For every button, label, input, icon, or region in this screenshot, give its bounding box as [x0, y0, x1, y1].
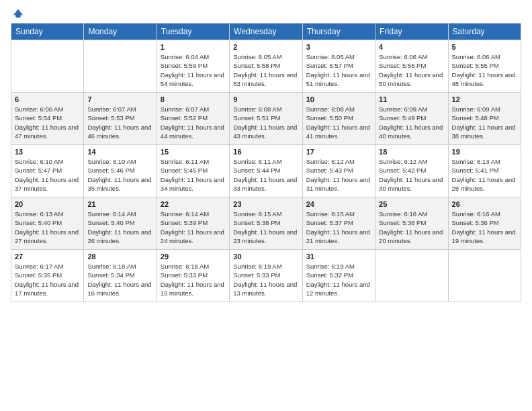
svg-marker-0 [13, 9, 23, 18]
page-container: SundayMondayTuesdayWednesdayThursdayFrid… [0, 0, 532, 309]
day-number: 4 [379, 43, 444, 51]
day-info: Sunrise: 6:09 AMSunset: 5:48 PMDaylight:… [452, 105, 517, 140]
calendar-day-cell: 21Sunrise: 6:14 AMSunset: 5:40 PMDayligh… [84, 197, 157, 250]
logo [11, 7, 24, 19]
day-number: 16 [233, 148, 298, 156]
calendar-day-cell: 22Sunrise: 6:14 AMSunset: 5:39 PMDayligh… [157, 197, 229, 250]
calendar-header-cell: Tuesday [157, 24, 229, 40]
day-info: Sunrise: 6:09 AMSunset: 5:49 PMDaylight:… [379, 105, 444, 140]
calendar-day-cell: 5Sunrise: 6:06 AMSunset: 5:55 PMDaylight… [448, 40, 521, 93]
calendar-day-cell: 23Sunrise: 6:15 AMSunset: 5:38 PMDayligh… [230, 197, 302, 250]
day-info: Sunrise: 6:14 AMSunset: 5:40 PMDaylight:… [87, 210, 152, 245]
day-number: 18 [379, 148, 444, 156]
day-info: Sunrise: 6:04 AMSunset: 5:59 PMDaylight:… [161, 52, 226, 88]
day-info: Sunrise: 6:16 AMSunset: 5:36 PMDaylight:… [452, 210, 517, 245]
day-info: Sunrise: 6:08 AMSunset: 5:50 PMDaylight:… [306, 105, 371, 140]
calendar-header-cell: Friday [375, 24, 448, 40]
day-number: 28 [87, 253, 152, 261]
calendar-day-cell: 12Sunrise: 6:09 AMSunset: 5:48 PMDayligh… [448, 93, 521, 145]
calendar-day-cell: 13Sunrise: 6:10 AMSunset: 5:47 PMDayligh… [11, 145, 84, 197]
calendar-day-cell: 15Sunrise: 6:11 AMSunset: 5:45 PMDayligh… [157, 145, 229, 197]
day-number: 26 [452, 200, 517, 208]
day-number: 3 [306, 43, 371, 51]
day-number: 1 [161, 43, 226, 51]
day-number: 30 [233, 253, 298, 261]
day-info: Sunrise: 6:10 AMSunset: 5:47 PMDaylight:… [15, 157, 80, 193]
day-number: 22 [161, 200, 226, 208]
calendar-day-cell: 26Sunrise: 6:16 AMSunset: 5:36 PMDayligh… [448, 197, 521, 250]
calendar-day-cell: 4Sunrise: 6:06 AMSunset: 5:56 PMDaylight… [375, 40, 448, 93]
day-number: 19 [452, 148, 517, 156]
calendar-week-row: 1Sunrise: 6:04 AMSunset: 5:59 PMDaylight… [11, 40, 521, 93]
calendar-header-cell: Sunday [11, 24, 84, 40]
day-info: Sunrise: 6:19 AMSunset: 5:33 PMDaylight:… [233, 262, 298, 298]
calendar-day-cell [84, 40, 157, 93]
day-info: Sunrise: 6:06 AMSunset: 5:55 PMDaylight:… [452, 52, 517, 88]
day-info: Sunrise: 6:06 AMSunset: 5:54 PMDaylight:… [15, 105, 80, 140]
calendar-day-cell: 19Sunrise: 6:13 AMSunset: 5:41 PMDayligh… [448, 145, 521, 197]
calendar-day-cell: 28Sunrise: 6:18 AMSunset: 5:34 PMDayligh… [84, 250, 157, 302]
day-number: 10 [306, 95, 371, 103]
day-info: Sunrise: 6:13 AMSunset: 5:40 PMDaylight:… [15, 210, 80, 245]
day-number: 6 [15, 95, 80, 103]
day-number: 25 [379, 200, 444, 208]
calendar-header-cell: Wednesday [230, 24, 302, 40]
calendar-header-row: SundayMondayTuesdayWednesdayThursdayFrid… [11, 24, 521, 40]
calendar-day-cell: 7Sunrise: 6:07 AMSunset: 5:53 PMDaylight… [84, 93, 157, 145]
day-number: 23 [233, 200, 298, 208]
calendar-header-cell: Monday [84, 24, 157, 40]
day-info: Sunrise: 6:11 AMSunset: 5:45 PMDaylight:… [161, 157, 226, 193]
calendar-day-cell: 3Sunrise: 6:05 AMSunset: 5:57 PMDaylight… [302, 40, 375, 93]
calendar-day-cell: 16Sunrise: 6:11 AMSunset: 5:44 PMDayligh… [230, 145, 302, 197]
calendar-day-cell: 2Sunrise: 6:05 AMSunset: 5:58 PMDaylight… [230, 40, 302, 93]
calendar-day-cell: 11Sunrise: 6:09 AMSunset: 5:49 PMDayligh… [375, 93, 448, 145]
day-number: 5 [452, 43, 517, 51]
day-number: 7 [87, 95, 152, 103]
day-number: 11 [379, 95, 444, 103]
calendar-day-cell: 1Sunrise: 6:04 AMSunset: 5:59 PMDaylight… [157, 40, 229, 93]
calendar-day-cell: 18Sunrise: 6:12 AMSunset: 5:42 PMDayligh… [375, 145, 448, 197]
calendar-week-row: 20Sunrise: 6:13 AMSunset: 5:40 PMDayligh… [11, 197, 521, 250]
calendar-day-cell [448, 250, 521, 302]
day-info: Sunrise: 6:15 AMSunset: 5:38 PMDaylight:… [233, 210, 298, 245]
day-number: 21 [87, 200, 152, 208]
calendar-day-cell: 14Sunrise: 6:10 AMSunset: 5:46 PMDayligh… [84, 145, 157, 197]
calendar-header-cell: Thursday [302, 24, 375, 40]
calendar-day-cell: 20Sunrise: 6:13 AMSunset: 5:40 PMDayligh… [11, 197, 84, 250]
day-info: Sunrise: 6:15 AMSunset: 5:37 PMDaylight:… [306, 210, 371, 245]
calendar-day-cell: 8Sunrise: 6:07 AMSunset: 5:52 PMDaylight… [157, 93, 229, 145]
day-info: Sunrise: 6:16 AMSunset: 5:36 PMDaylight:… [379, 210, 444, 245]
day-info: Sunrise: 6:05 AMSunset: 5:57 PMDaylight:… [306, 52, 371, 88]
header [11, 7, 521, 19]
day-info: Sunrise: 6:13 AMSunset: 5:41 PMDaylight:… [452, 157, 517, 193]
calendar-week-row: 27Sunrise: 6:17 AMSunset: 5:35 PMDayligh… [11, 250, 521, 302]
day-info: Sunrise: 6:14 AMSunset: 5:39 PMDaylight:… [161, 210, 226, 245]
day-number: 9 [233, 95, 298, 103]
day-info: Sunrise: 6:18 AMSunset: 5:34 PMDaylight:… [87, 262, 152, 298]
day-number: 29 [161, 253, 226, 261]
day-number: 13 [15, 148, 80, 156]
calendar-day-cell [11, 40, 84, 93]
day-info: Sunrise: 6:12 AMSunset: 5:43 PMDaylight:… [306, 157, 371, 193]
day-info: Sunrise: 6:19 AMSunset: 5:32 PMDaylight:… [306, 262, 371, 298]
day-info: Sunrise: 6:11 AMSunset: 5:44 PMDaylight:… [233, 157, 298, 193]
day-number: 20 [15, 200, 80, 208]
calendar-day-cell [375, 250, 448, 302]
logo-icon [12, 7, 24, 19]
calendar-day-cell: 10Sunrise: 6:08 AMSunset: 5:50 PMDayligh… [302, 93, 375, 145]
calendar-day-cell: 31Sunrise: 6:19 AMSunset: 5:32 PMDayligh… [302, 250, 375, 302]
calendar-header-cell: Saturday [448, 24, 521, 40]
day-number: 31 [306, 253, 371, 261]
day-number: 2 [233, 43, 298, 51]
day-info: Sunrise: 6:12 AMSunset: 5:42 PMDaylight:… [379, 157, 444, 193]
calendar-table: SundayMondayTuesdayWednesdayThursdayFrid… [11, 23, 521, 302]
day-number: 12 [452, 95, 517, 103]
calendar-day-cell: 27Sunrise: 6:17 AMSunset: 5:35 PMDayligh… [11, 250, 84, 302]
day-info: Sunrise: 6:08 AMSunset: 5:51 PMDaylight:… [233, 105, 298, 140]
calendar-day-cell: 24Sunrise: 6:15 AMSunset: 5:37 PMDayligh… [302, 197, 375, 250]
calendar-day-cell: 9Sunrise: 6:08 AMSunset: 5:51 PMDaylight… [230, 93, 302, 145]
calendar-day-cell: 6Sunrise: 6:06 AMSunset: 5:54 PMDaylight… [11, 93, 84, 145]
day-info: Sunrise: 6:07 AMSunset: 5:53 PMDaylight:… [87, 105, 152, 140]
day-number: 15 [161, 148, 226, 156]
day-number: 14 [87, 148, 152, 156]
